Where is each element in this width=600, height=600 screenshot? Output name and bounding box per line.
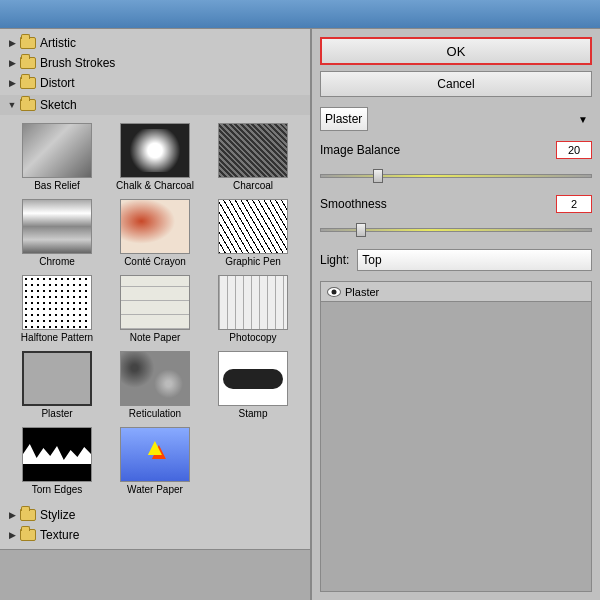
- thumb-label: Water Paper: [127, 484, 183, 495]
- arrow-icon: ▶: [6, 509, 18, 521]
- stamp-shape: [223, 369, 283, 389]
- folder-icon: [20, 509, 36, 521]
- preview-area: Plaster: [320, 281, 592, 592]
- sidebar-item-texture[interactable]: ▶ Texture: [0, 525, 310, 545]
- arrow-icon: ▶: [6, 57, 18, 69]
- sidebar-item-distort[interactable]: ▶ Distort: [0, 73, 310, 93]
- sidebar-item-label: Brush Strokes: [40, 56, 115, 70]
- ok-button[interactable]: OK: [320, 37, 592, 65]
- preview-header: Plaster: [321, 282, 591, 302]
- sidebar-item-label: Distort: [40, 76, 75, 90]
- light-row: Light: Top Bottom Left Right Top Left To…: [320, 249, 592, 271]
- thumb-stamp[interactable]: Stamp: [208, 351, 298, 419]
- arrow-icon: ▶: [6, 529, 18, 541]
- thumb-label: Chalk & Charcoal: [116, 180, 194, 191]
- thumb-conte-crayon[interactable]: Conté Crayon: [110, 199, 200, 267]
- cancel-button[interactable]: Cancel: [320, 71, 592, 97]
- thumb-image: [120, 427, 190, 482]
- thumb-image: [120, 351, 190, 406]
- thumb-image: [120, 199, 190, 254]
- thumb-label: Note Paper: [130, 332, 181, 343]
- thumb-label: Plaster: [41, 408, 72, 419]
- thumb-image: [218, 351, 288, 406]
- eye-icon: [327, 287, 341, 297]
- thumb-image: [218, 199, 288, 254]
- thumb-halftone-pattern[interactable]: Halftone Pattern: [12, 275, 102, 343]
- arrow-icon: ▶: [6, 37, 18, 49]
- folder-icon: [20, 99, 36, 111]
- thumb-bas-relief[interactable]: Bas Relief: [12, 123, 102, 191]
- smoothness-label: Smoothness: [320, 197, 387, 211]
- thumb-photocopy[interactable]: Photocopy: [208, 275, 298, 343]
- title-bar: [0, 0, 600, 28]
- left-panel: ▶ Artistic ▶ Brush Strokes ▶ Distort ▼ S…: [0, 29, 312, 600]
- image-balance-slider-row: [320, 167, 592, 181]
- thumb-image: [120, 275, 190, 330]
- sidebar-item-sketch-section: ▼ Sketch Bas Relief Chalk & Charcoal: [0, 93, 310, 505]
- smoothness-slider-row: [320, 221, 592, 235]
- sidebar-item-label: Stylize: [40, 508, 75, 522]
- smoothness-slider[interactable]: [320, 228, 592, 232]
- thumb-image: [218, 123, 288, 178]
- thumb-label: Conté Crayon: [124, 256, 186, 267]
- thumb-note-paper[interactable]: Note Paper: [110, 275, 200, 343]
- image-balance-slider[interactable]: [320, 174, 592, 178]
- arrow-down-icon: ▼: [6, 99, 18, 111]
- thumb-image: [120, 123, 190, 178]
- thumb-plaster[interactable]: Plaster: [12, 351, 102, 419]
- folder-icon: [20, 529, 36, 541]
- thumb-water-paper[interactable]: Water Paper: [110, 427, 200, 495]
- thumb-image: [22, 351, 92, 406]
- thumb-graphic-pen[interactable]: Graphic Pen: [208, 199, 298, 267]
- sidebar-item-sketch[interactable]: ▼ Sketch: [0, 95, 310, 115]
- sidebar-item-stylize[interactable]: ▶ Stylize: [0, 505, 310, 525]
- bottom-preview-strip: [0, 549, 310, 600]
- image-balance-value: 20: [556, 141, 592, 159]
- sidebar-item-label: Texture: [40, 528, 79, 542]
- thumb-label: Graphic Pen: [225, 256, 281, 267]
- thumb-label: Bas Relief: [34, 180, 80, 191]
- sidebar-item-artistic[interactable]: ▶ Artistic: [0, 33, 310, 53]
- dropdown-arrow-icon: ▼: [578, 114, 588, 125]
- thumb-image: [22, 427, 92, 482]
- image-balance-row: Image Balance 20: [320, 141, 592, 159]
- thumb-image: [22, 123, 92, 178]
- right-panel: OK Cancel Plaster ▼ Image Balance 20 Smo…: [312, 29, 600, 600]
- folder-icon: [20, 77, 36, 89]
- thumb-label: Photocopy: [229, 332, 276, 343]
- folder-icon: [20, 37, 36, 49]
- smoothness-row: Smoothness 2: [320, 195, 592, 213]
- sidebar-item-label: Sketch: [40, 98, 77, 112]
- thumb-label: Torn Edges: [32, 484, 83, 495]
- light-dropdown-wrapper: Top Bottom Left Right Top Left Top Right…: [357, 249, 592, 271]
- smoothness-value: 2: [556, 195, 592, 213]
- main-container: ▶ Artistic ▶ Brush Strokes ▶ Distort ▼ S…: [0, 28, 600, 600]
- thumb-charcoal[interactable]: Charcoal: [208, 123, 298, 191]
- light-dropdown[interactable]: Top Bottom Left Right Top Left Top Right…: [357, 249, 592, 271]
- filter-dropdown[interactable]: Plaster: [320, 107, 368, 131]
- preview-title: Plaster: [345, 286, 379, 298]
- thumb-label: Stamp: [239, 408, 268, 419]
- thumb-image: [22, 275, 92, 330]
- folder-icon: [20, 57, 36, 69]
- sidebar-item-brush-strokes[interactable]: ▶ Brush Strokes: [0, 53, 310, 73]
- thumb-label: Charcoal: [233, 180, 273, 191]
- thumbnail-grid: Bas Relief Chalk & Charcoal Charcoal Chr…: [0, 115, 310, 503]
- thumb-image: [218, 275, 288, 330]
- thumb-torn-edges[interactable]: Torn Edges: [12, 427, 102, 495]
- thumb-reticulation[interactable]: Reticulation: [110, 351, 200, 419]
- thumb-label: Halftone Pattern: [21, 332, 93, 343]
- thumb-image: [22, 199, 92, 254]
- filter-dropdown-wrapper: Plaster ▼: [320, 107, 592, 131]
- thumb-chalk-charcoal[interactable]: Chalk & Charcoal: [110, 123, 200, 191]
- thumb-chrome[interactable]: Chrome: [12, 199, 102, 267]
- image-balance-label: Image Balance: [320, 143, 400, 157]
- sidebar-item-label: Artistic: [40, 36, 76, 50]
- filter-dropdown-row: Plaster ▼: [320, 107, 592, 131]
- thumb-label: Chrome: [39, 256, 75, 267]
- arrow-icon: ▶: [6, 77, 18, 89]
- light-label: Light:: [320, 253, 349, 267]
- thumb-label: Reticulation: [129, 408, 181, 419]
